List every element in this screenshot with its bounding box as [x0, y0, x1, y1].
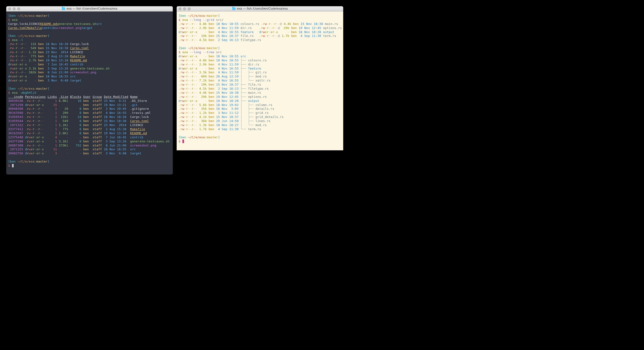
titlebar: exa — fish /Users/ben/Code/exa/exa: [177, 6, 343, 12]
window-title: exa — fish /Users/ben/Code/exa/exa: [6, 7, 173, 11]
close-icon[interactable]: [8, 8, 11, 10]
close-icon[interactable]: [178, 8, 182, 10]
terminal-window-dark: exa — fish /Users/ben/Code/exa/exa [ben …: [6, 6, 173, 174]
window-title: exa — fish /Users/ben/Code/exa/exa: [177, 7, 343, 11]
traffic-lights: [8, 8, 20, 10]
traffic-lights: [178, 8, 190, 10]
zoom-icon[interactable]: [188, 8, 190, 10]
zoom-icon[interactable]: [17, 8, 20, 10]
minimize-icon[interactable]: [183, 8, 186, 10]
folder-icon: [62, 8, 65, 10]
titlebar: exa — fish /Users/ben/Code/exa/exa: [6, 6, 173, 12]
minimize-icon[interactable]: [13, 8, 16, 10]
window-title-text: exa — fish /Users/ben/Code/exa/exa: [67, 7, 118, 11]
terminal-output-light[interactable]: [ben ~/C/e/exa:master] $ exa --long --gr…: [177, 12, 343, 150]
window-title-text: exa — fish /Users/ben/Code/exa/exa: [237, 7, 288, 11]
terminal-window-light: exa — fish /Users/ben/Code/exa/exa [ben …: [177, 6, 343, 174]
folder-icon: [232, 8, 236, 10]
terminal-output-dark[interactable]: [ben ~/C/e/exa:master] $ exa Cargo.lockL…: [6, 12, 173, 174]
